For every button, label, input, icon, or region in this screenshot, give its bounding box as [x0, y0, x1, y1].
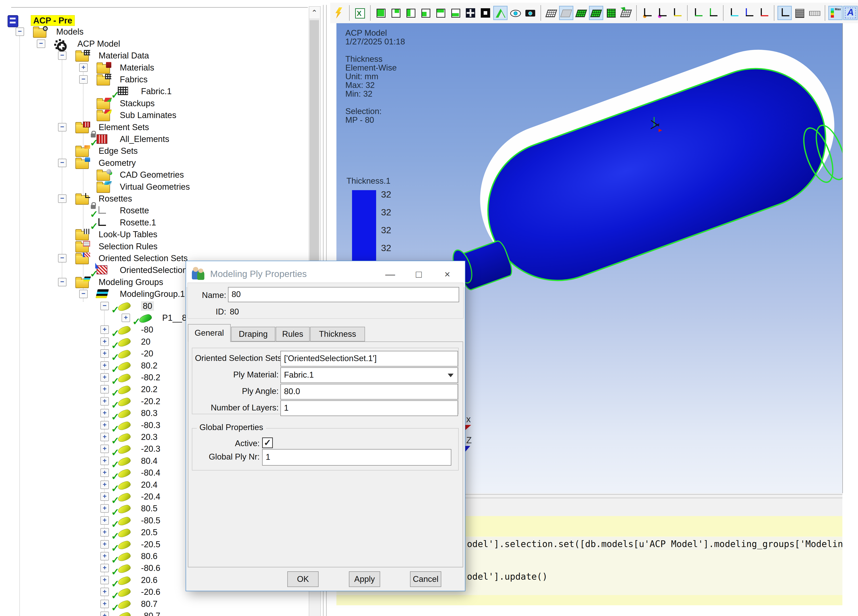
view-left-icon[interactable]	[404, 6, 417, 19]
tree-item[interactable]: ✓ Rosette	[0, 204, 321, 216]
tree-item[interactable]: ACP - Pre	[0, 14, 321, 26]
tree-expander-icon[interactable]: +	[100, 325, 109, 334]
tree-expander-icon[interactable]: +	[100, 361, 109, 370]
tree-expander-icon[interactable]: −	[79, 75, 88, 84]
tree-expander-icon[interactable]: +	[100, 385, 109, 394]
rosette-yellow-axis-icon[interactable]	[670, 6, 683, 19]
tree-expander-icon[interactable]: +	[100, 576, 109, 584]
tree-expander-icon[interactable]: +	[100, 504, 109, 513]
tree-expander-icon[interactable]: −	[79, 290, 88, 298]
tree-item[interactable]: CAD Geometries	[0, 169, 321, 180]
tab-general[interactable]: General	[188, 324, 231, 342]
tree-expander-icon[interactable]: +	[100, 445, 109, 453]
tree-item[interactable]: Selection Rules	[0, 240, 321, 252]
name-input[interactable]: 80	[228, 287, 459, 302]
view-bottom-icon[interactable]	[449, 6, 462, 19]
tree-expander-icon[interactable]: −	[58, 123, 67, 131]
tree-expander-icon[interactable]: +	[79, 64, 88, 72]
shaded-mesh-edges-icon[interactable]	[590, 6, 603, 19]
tree-item[interactable]: − Material Data	[0, 50, 321, 61]
tree-item[interactable]: − Rosettes	[0, 193, 321, 204]
tree-item[interactable]: − Geometry	[0, 157, 321, 169]
tree-expander-icon[interactable]: +	[100, 373, 109, 382]
tree-expander-icon[interactable]: +	[121, 314, 130, 322]
tree-expander-icon[interactable]: +	[100, 564, 109, 572]
solid-mesh-icon[interactable]	[605, 6, 617, 19]
view-front-icon[interactable]	[375, 6, 387, 19]
tree-expander-icon[interactable]: +	[100, 611, 109, 616]
tree-item[interactable]: Sub Laminates	[0, 109, 321, 121]
section-prism-icon[interactable]	[494, 6, 507, 19]
ply-material-combobox[interactable]: Fabric.1	[280, 367, 458, 383]
tree-expander-icon[interactable]: +	[100, 600, 109, 608]
ok-button[interactable]: OK	[288, 571, 319, 587]
draped-fiber-cyan-icon[interactable]	[727, 6, 740, 19]
tree-item[interactable]: + ✓ -80.7	[0, 610, 321, 616]
tree-expander-icon[interactable]: +	[100, 349, 109, 358]
export-table-icon[interactable]	[353, 6, 366, 19]
visibility-eye-icon[interactable]	[509, 6, 522, 19]
field-input[interactable]: 1	[280, 400, 458, 416]
tree-expander-icon[interactable]: −	[58, 51, 67, 60]
wireframe-icon[interactable]	[545, 6, 558, 19]
legend-icon[interactable]	[829, 6, 842, 19]
tree-expander-icon[interactable]: −	[58, 194, 67, 203]
tree-item[interactable]: − Models	[0, 26, 321, 37]
rosette-dot-magenta-icon[interactable]	[656, 6, 668, 19]
tree-item[interactable]: − Element Sets	[0, 121, 321, 133]
tree-expander-icon[interactable]: +	[100, 421, 109, 429]
chevron-down-icon[interactable]	[448, 373, 454, 377]
view-isometric-icon[interactable]	[419, 6, 432, 19]
tree-expander-icon[interactable]: +	[100, 338, 109, 346]
measure-ruler-icon[interactable]	[808, 6, 821, 19]
fit-view-icon[interactable]	[464, 6, 477, 19]
tree-expander-icon[interactable]: +	[100, 481, 109, 489]
tree-expander-icon[interactable]: −	[58, 278, 67, 286]
minimize-icon[interactable]: —	[382, 268, 398, 281]
annotation-icon[interactable]	[844, 6, 857, 19]
tree-expander-icon[interactable]: +	[100, 552, 109, 560]
scrollbar-up-arrow-icon[interactable]: ⌃	[309, 7, 319, 19]
active-checkbox[interactable]: ✓	[262, 437, 273, 448]
tree-expander-icon[interactable]: +	[100, 457, 109, 465]
ply-stack-icon[interactable]	[793, 6, 806, 19]
mesh-orientation-icon[interactable]	[620, 6, 633, 19]
field-input[interactable]: 80.0	[280, 384, 458, 400]
view-back-icon[interactable]	[389, 6, 402, 19]
tree-item[interactable]: Virtual Geometries	[0, 181, 321, 193]
tree-item[interactable]: Edge Sets	[0, 145, 321, 157]
tree-item[interactable]: ✓ Fabric.1	[0, 85, 321, 97]
tree-expander-icon[interactable]: −	[58, 159, 67, 167]
tree-item[interactable]: ✓ Rosette.1	[0, 216, 321, 228]
shaded-surface-icon[interactable]	[560, 6, 573, 19]
tree-item[interactable]: + ✓ 80.7	[0, 598, 321, 610]
field-input[interactable]: ['OrientedSelectionSet.1']	[280, 351, 458, 367]
close-icon[interactable]: ×	[440, 268, 455, 281]
view-top-icon[interactable]	[434, 6, 447, 19]
tree-expander-icon[interactable]: +	[100, 433, 109, 441]
tree-expander-icon[interactable]: −	[100, 302, 109, 310]
tree-item[interactable]: Look-Up Tables	[0, 228, 321, 240]
maximize-icon[interactable]: □	[411, 268, 427, 281]
update-lightning-icon[interactable]	[333, 6, 345, 19]
cancel-button[interactable]: Cancel	[410, 571, 441, 587]
tree-expander-icon[interactable]: −	[58, 254, 67, 263]
global-ply-nr-input[interactable]: 1	[262, 449, 451, 465]
tree-expander-icon[interactable]: +	[100, 468, 109, 477]
tree-expander-icon[interactable]: +	[100, 588, 109, 596]
tree-expander-icon[interactable]: +	[100, 528, 109, 537]
fiber-direction-green-icon[interactable]	[691, 6, 704, 19]
coordinate-system-icon[interactable]	[778, 6, 791, 19]
rosette-dot-orange-icon[interactable]	[640, 6, 653, 19]
transverse-direction-green-icon[interactable]	[706, 6, 719, 19]
shaded-mesh-icon[interactable]	[575, 6, 588, 19]
tree-expander-icon[interactable]: +	[100, 397, 109, 406]
tree-item[interactable]: − Fabrics	[0, 73, 321, 85]
tree-expander-icon[interactable]: −	[16, 28, 24, 36]
tree-expander-icon[interactable]: +	[100, 409, 109, 417]
tree-expander-icon[interactable]: +	[100, 492, 109, 501]
tab-draping[interactable]: Draping	[231, 327, 275, 341]
normal-direction-blue-icon[interactable]	[742, 6, 755, 19]
tree-expander-icon[interactable]: −	[37, 39, 45, 48]
screenshot-camera-icon[interactable]	[524, 6, 537, 19]
